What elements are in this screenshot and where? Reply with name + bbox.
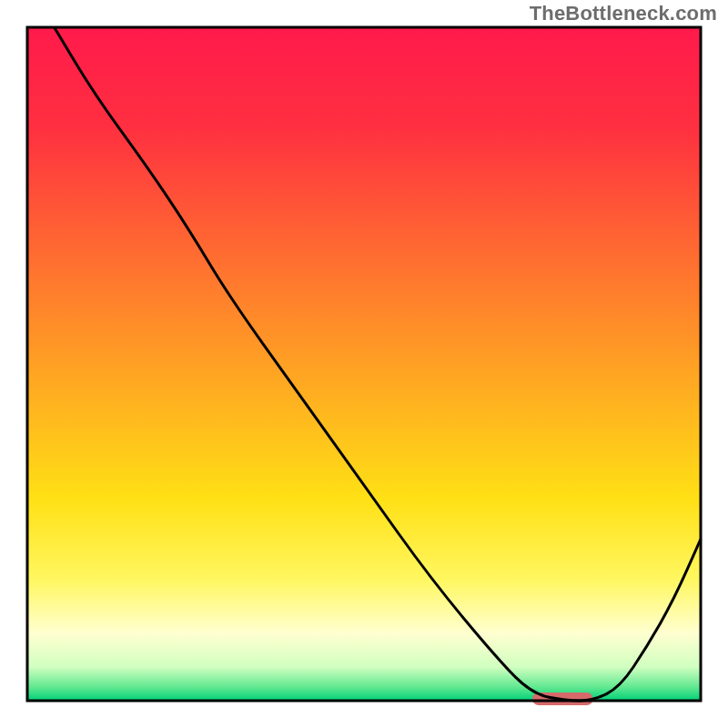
watermark-text: TheBottleneck.com [530, 2, 717, 25]
gradient-background [27, 27, 701, 701]
bottleneck-chart [0, 0, 728, 728]
chart-container: TheBottleneck.com [0, 0, 728, 728]
